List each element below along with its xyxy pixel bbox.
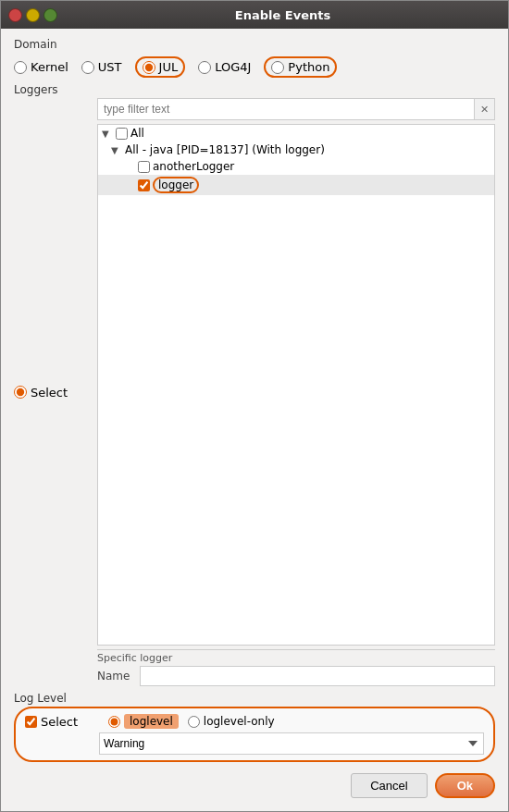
select-radio-input[interactable] (14, 386, 27, 399)
titlebar-buttons (8, 8, 57, 22)
domain-python[interactable]: Python (264, 56, 337, 78)
loggers-inner: Select ✕ ▼ All (14, 98, 495, 686)
tree-another-logger-label: anotherLogger (153, 160, 234, 173)
tree-another-logger-checkbox[interactable] (138, 161, 150, 173)
loglevel-radio-loglevel-only-label: loglevel-only (204, 715, 275, 728)
domain-ust-radio[interactable] (81, 61, 94, 74)
loglevel-radios: loglevel loglevel-only (108, 714, 484, 729)
domain-python-label: Python (288, 60, 329, 74)
tree-all-java-label: All - java [PID=18137] (With logger) (125, 143, 325, 156)
domain-jul-label: JUL (159, 60, 179, 74)
domain-python-radio[interactable] (271, 61, 284, 74)
specific-logger-legend: Specific logger (97, 649, 495, 664)
minimize-button[interactable] (26, 8, 40, 22)
tree-all-toggle: ▼ (102, 129, 113, 139)
domain-jul-radio[interactable] (143, 61, 155, 74)
cancel-button[interactable]: Cancel (351, 773, 427, 798)
domain-jul[interactable]: JUL (135, 56, 186, 78)
domain-radio-row: Kernel UST JUL LOG4J Python (14, 56, 495, 78)
select-radio-text: Select (31, 386, 68, 400)
specific-logger-section: Specific logger Name (97, 649, 495, 686)
loglevel-select-label: Select (41, 715, 78, 729)
domain-ust-label: UST (98, 60, 122, 74)
loglevel-radio-loglevel[interactable]: loglevel (108, 714, 179, 729)
loggers-label: Loggers (14, 83, 495, 96)
domain-kernel-label: Kernel (31, 60, 68, 74)
domain-log4j-label: LOG4J (215, 60, 251, 74)
tree-area: ✕ ▼ All ▼ All - java [PID=18137] (With l… (97, 98, 495, 686)
tree-all-checkbox[interactable] (116, 128, 128, 140)
window-title: Enable Events (65, 8, 501, 22)
loglevel-radio-loglevel-label: loglevel (124, 714, 179, 729)
loglevel-select-cb: Select (25, 715, 99, 729)
tree-all-label: All (130, 127, 144, 140)
loglevel-radio-loglevel-only[interactable]: loglevel-only (188, 715, 275, 728)
left-side: Select (14, 98, 97, 686)
domain-log4j-radio[interactable] (198, 61, 211, 74)
domain-ust[interactable]: UST (81, 60, 122, 74)
buttons-row: Cancel Ok (14, 768, 495, 802)
maximize-button[interactable] (43, 8, 57, 22)
loglevel-section: Log Level Select loglevel log (14, 692, 495, 762)
close-button[interactable] (8, 8, 22, 22)
loglevel-select-checkbox[interactable] (25, 716, 37, 728)
domain-kernel-radio[interactable] (14, 61, 27, 74)
loglevel-box: Select loglevel loglevel-only (14, 707, 495, 762)
specific-logger-row: Name (97, 666, 495, 686)
loglevel-radio-loglevel-only-input[interactable] (188, 716, 200, 728)
tree-logger-label: logger (153, 177, 199, 193)
ok-button[interactable]: Ok (435, 773, 495, 798)
tree-logger-checkbox[interactable] (138, 179, 150, 191)
tree-all-java[interactable]: ▼ All - java [PID=18137] (With logger) (98, 141, 494, 158)
loglevel-dropdown-row: Warning TRACE DEBUG INFO WARNING ERROR C… (25, 732, 484, 755)
tree-all[interactable]: ▼ All (98, 125, 494, 141)
filter-row: ✕ (97, 98, 495, 120)
loggers-section: Loggers Select ✕ (14, 83, 495, 686)
tree-all-java-toggle: ▼ (111, 145, 122, 155)
titlebar: Enable Events (1, 1, 508, 29)
specific-logger-name-input[interactable] (140, 666, 495, 686)
filter-input[interactable] (97, 98, 475, 120)
tree-another-logger[interactable]: anotherLogger (98, 158, 494, 175)
loglevel-label: Log Level (14, 692, 495, 705)
enable-events-window: Enable Events Domain Kernel UST JUL (0, 0, 509, 812)
loglevel-radio-loglevel-input[interactable] (108, 716, 120, 728)
tree-container: ▼ All ▼ All - java [PID=18137] (With log… (97, 124, 495, 646)
select-radio-label[interactable]: Select (14, 386, 68, 400)
specific-logger-name-label: Name (97, 670, 134, 683)
tree-logger[interactable]: logger (98, 175, 494, 195)
domain-kernel[interactable]: Kernel (14, 60, 68, 74)
main-content: Domain Kernel UST JUL LOG4J (1, 29, 508, 811)
loglevel-header: Select loglevel loglevel-only (25, 714, 484, 729)
domain-section: Domain Kernel UST JUL LOG4J (14, 38, 495, 78)
domain-log4j[interactable]: LOG4J (198, 60, 251, 74)
filter-clear-button[interactable]: ✕ (475, 98, 495, 120)
domain-label: Domain (14, 38, 495, 51)
loglevel-dropdown[interactable]: Warning TRACE DEBUG INFO WARNING ERROR C… (99, 732, 484, 755)
